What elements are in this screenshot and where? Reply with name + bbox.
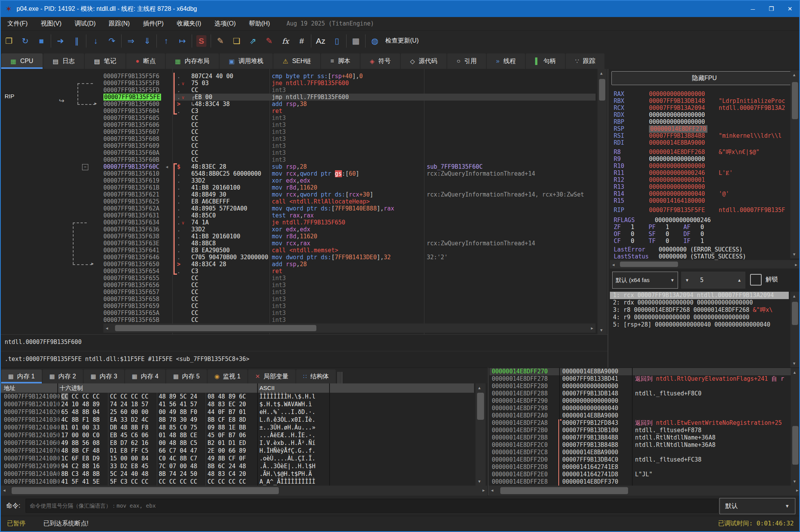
disasm-row[interactable]: 00007FF9B135F60BCCint3 [1, 156, 608, 163]
disasm-row[interactable]: 00007FF9B135F625.E8 A6CBEFFFcall <ntdll.… [1, 198, 608, 205]
menu-item-6[interactable]: 选项(O) [208, 20, 242, 28]
disasm-row[interactable]: 00007FF9B135F619.33D2xor edx,edx [1, 177, 608, 184]
tab-symbols[interactable]: ◈符号 [361, 53, 400, 69]
disasm-row[interactable]: 00007FF9B135F608CCint3 [1, 135, 608, 142]
disasm-row[interactable]: 00007FF9B135F605CCint3 [1, 115, 608, 121]
calling-convention-dropdown[interactable]: 默认 (x64 fas▼ [612, 272, 678, 289]
stack-row[interactable]: 00000014E8DFF2D800000141642741E8 [489, 464, 800, 471]
scyllahide-icon[interactable]: S [193, 34, 209, 48]
menu-item-3[interactable]: 跟踪(N) [102, 20, 136, 28]
scroll-up-icon[interactable]: ▴ [793, 293, 795, 299]
dump-row[interactable]: 00007FF9B12410801C 6F E8 D915 00 00 84C0… [1, 455, 474, 462]
dump-row[interactable]: 00007FF9B12410B041 5F 41 5E5F C3 CC CCCC… [1, 478, 474, 486]
close-button[interactable]: ✕ [781, 1, 799, 17]
register-row[interactable]: RIP00007FF9B135F5FEntdll.00007FF9B135F [608, 207, 800, 214]
register-row[interactable]: R150000014164180000 [608, 197, 800, 205]
disasm-row[interactable]: 00007FF9B135F63E.48:8BC8mov rcx,raxrcx:Z… [1, 240, 608, 247]
command-profile-dropdown[interactable]: 默认 ▼ [719, 498, 795, 514]
scroll-thumb[interactable] [792, 302, 798, 325]
scroll-thumb[interactable] [115, 325, 316, 331]
stack-row[interactable]: 00000014E8DFF2800000000000000000 [489, 383, 800, 390]
patch-icon[interactable]: ✎ [212, 34, 228, 48]
step-over-icon[interactable]: ↷ [104, 34, 120, 48]
run-to-user-code-icon[interactable]: ⇒ [123, 34, 139, 48]
disasm-row[interactable]: 00007FF9B135F65BCCint3 [1, 316, 608, 323]
scroll-thumb[interactable] [12, 487, 279, 494]
attach-icon[interactable]: ▯ [329, 34, 345, 48]
stack-row[interactable]: 00000014E8DFF2D000007FF9B13DB4C0ntdll._f… [489, 456, 800, 464]
horizontal-scrollbar[interactable]: ◂▸ [489, 486, 800, 496]
tab-log[interactable]: ▤日志 [43, 53, 84, 69]
register-row[interactable]: RSI00007FF9B13B84B8"minkernel\\ldr\\l [608, 132, 800, 140]
menu-item-7[interactable]: 帮助(H) [242, 20, 276, 28]
dump-header-0[interactable]: 地址 [4, 383, 15, 393]
dump-row[interactable]: 00007FF9B1241040B1 01 00 33DB 48 8B F848… [1, 424, 474, 431]
tab-handles[interactable]: ▌句柄 [526, 53, 565, 69]
scroll-thumb[interactable] [792, 426, 798, 465]
tab-references[interactable]: ○引用 [447, 53, 486, 69]
stack-row[interactable]: 00000014E8DFF27800007FF9B133BD41返回到 ntdl… [489, 375, 800, 383]
spinner-up-icon[interactable]: ▲ [737, 278, 742, 282]
tab-seh-chain[interactable]: ⚠SEH链 [273, 53, 320, 69]
tab-trace[interactable]: ∵跟踪 [566, 53, 604, 69]
tab-notes[interactable]: ▤笔记 [85, 53, 125, 69]
minimize-button[interactable]: ─ [743, 1, 762, 17]
execute-till-return-icon[interactable]: ↑ [158, 34, 174, 48]
rflags-row[interactable]: RFLAGS0000000000000246 [608, 217, 800, 224]
register-row[interactable]: RSP00000014E8DFF270 [608, 125, 800, 133]
dump-header-2[interactable]: ASCII [259, 383, 275, 393]
panel-splitter-handle[interactable] [338, 372, 343, 383]
scroll-left-icon[interactable]: ◂ [491, 488, 493, 493]
hide-fpu-button[interactable]: 隐藏FPU [611, 71, 797, 85]
open-file-icon[interactable]: ❐ [1, 34, 17, 48]
register-row[interactable]: R90000000000000000 [608, 156, 800, 163]
scroll-right-icon[interactable]: ▸ [795, 262, 797, 267]
stack-row[interactable]: 00000014E8DFF2E800000014E8DFF370 [489, 478, 800, 486]
check-updates-icon[interactable]: ◍ [367, 34, 383, 48]
register-row[interactable]: RBX00007FF9B13DB148"LdrpInitializeProc [608, 98, 800, 105]
dump-header-1[interactable]: 十六进制 [60, 383, 83, 393]
stack-row[interactable]: 00000014E8DFF2E000000141642741D8L"JL" [489, 471, 800, 478]
vertical-scrollbar[interactable]: ▴▾ [790, 70, 800, 258]
scroll-down-icon[interactable]: ▾ [600, 327, 603, 333]
tab-dump-2[interactable]: ▦内存 2 [43, 369, 83, 383]
comment-icon[interactable]: ❏ [228, 34, 245, 48]
scroll-down-icon[interactable]: ▾ [478, 479, 481, 484]
assemble-icon[interactable]: Az [312, 34, 329, 48]
tab-dump-3[interactable]: ▦内存 3 [84, 369, 124, 383]
scroll-thumb[interactable] [477, 393, 484, 420]
restart-icon[interactable]: ↻ [17, 34, 33, 48]
run-to-cursor-icon[interactable]: ↦ [174, 34, 191, 48]
scroll-thumb[interactable] [620, 262, 678, 267]
scroll-thumb[interactable] [599, 79, 605, 101]
scroll-thumb[interactable] [500, 487, 628, 494]
stack-row[interactable]: 00000014E8DFF2900000000000000000 [489, 397, 800, 405]
stack-row[interactable]: 00000014E8DFF2B800007FF9B13B84B8ntdll.Rt… [489, 434, 800, 441]
stack-row[interactable]: 00000014E8DFF2A000000014E8BA9000 [489, 412, 800, 419]
vertical-scrollbar[interactable]: ▴▾ [791, 368, 800, 486]
unlock-checkbox[interactable] [750, 274, 762, 286]
menu-item-1[interactable]: 视图(V) [34, 20, 68, 28]
disasm-row[interactable]: 00007FF9B135F61B.41:B8 20160100mov r8d,1… [1, 184, 608, 191]
register-row[interactable]: R140000000000000040'@' [608, 190, 800, 198]
disasm-row[interactable]: 00007FF9B135F646.C705 90470B00 32000000m… [1, 254, 608, 261]
stack-row[interactable]: 00000014E8DFF2C000007FF9B13B84B8ntdll.Rt… [489, 441, 800, 449]
register-row[interactable]: R130000000000000000 [608, 183, 800, 191]
disasm-row[interactable]: 00007FF9B135F641.E8 EA290500call <ntdll.… [1, 247, 608, 254]
disasm-row[interactable]: 00007FF9B135F655CCint3 [1, 275, 608, 282]
highlight-icon[interactable]: ✎ [261, 34, 277, 48]
menu-item-4[interactable]: 插件(P) [136, 20, 170, 28]
disasm-row[interactable]: 00007FF9B135F5F6.807C24 40 00cmp byte pt… [1, 73, 608, 80]
disasm-row[interactable]: 00007FF9B135F634.∨74 1Aje ntdll.7FF9B135… [1, 219, 608, 226]
tab-script[interactable]: ≡脚本 [321, 53, 359, 69]
register-row[interactable]: R110000000000000246L'Ɇ' [608, 169, 800, 177]
disasm-row[interactable]: 00007FF9B135F638.41:B8 20160100mov r8d,1… [1, 233, 608, 240]
tab-source[interactable]: ◇源代码 [401, 53, 446, 69]
step-out-icon[interactable]: ⇓ [139, 34, 155, 48]
scroll-left-icon[interactable]: ◂ [3, 488, 5, 493]
scroll-left-icon[interactable]: ◂ [106, 325, 108, 331]
disasm-row[interactable]: 00007FF9B135F606CCint3 [1, 121, 608, 128]
disasm-row[interactable]: 00007FF9B135F659CCint3 [1, 303, 608, 310]
disasm-row[interactable]: 00007FF9B135F631.48:85C0test rax,rax [1, 212, 608, 219]
menu-item-2[interactable]: 调试(D) [68, 20, 102, 28]
